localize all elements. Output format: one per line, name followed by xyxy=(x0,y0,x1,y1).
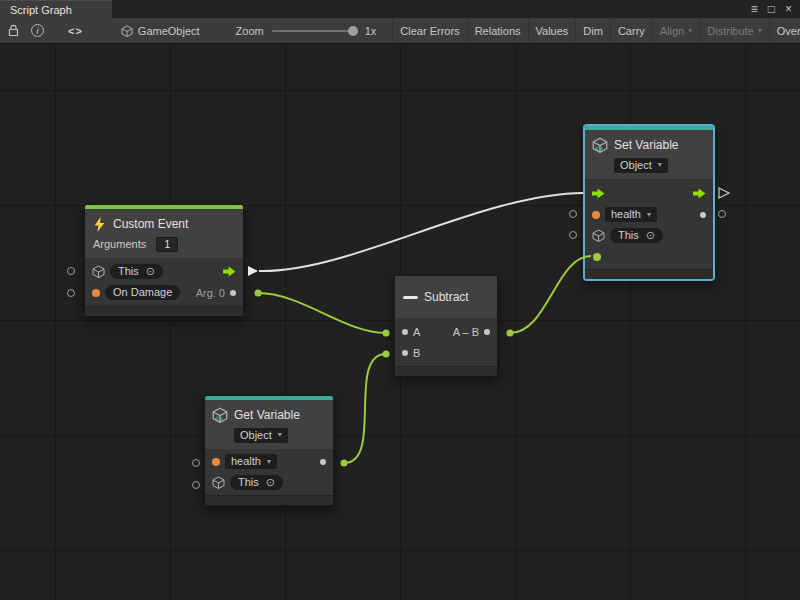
carry-button[interactable]: Carry xyxy=(610,18,652,44)
graph-toolbar: i <> GameObject Zoom 1x Clear Errors Rel… xyxy=(0,18,800,44)
target-picker-icon[interactable]: ⊙ xyxy=(266,477,275,488)
tab-script-graph[interactable]: Script Graph xyxy=(0,0,112,18)
port-setvariable-name-in[interactable] xyxy=(570,211,577,218)
values-button[interactable]: Values xyxy=(528,18,576,44)
arg0-port-icon[interactable] xyxy=(230,290,236,296)
port-row-a: A A – B xyxy=(395,321,497,342)
port-arg0-out[interactable] xyxy=(255,290,262,297)
zoom-slider[interactable] xyxy=(272,30,358,32)
input-b-port-icon[interactable] xyxy=(402,350,408,356)
svg-text:<>: <> xyxy=(215,415,223,422)
wire-flow-customevent-to-setvariable[interactable] xyxy=(259,193,583,271)
tab-title: Script Graph xyxy=(10,4,72,16)
port-row-target: This⊙ xyxy=(585,225,713,246)
arguments-label: Arguments xyxy=(93,238,146,250)
arg0-label: Arg. 0 xyxy=(196,287,225,299)
window-maximize-icon[interactable]: □ xyxy=(768,3,775,15)
port-row-b: B xyxy=(395,342,497,363)
port-customevent-target-in[interactable] xyxy=(68,268,75,275)
variable-kind-dropdown[interactable]: Object▾ xyxy=(614,158,668,173)
node-title: Set Variable xyxy=(614,138,678,152)
chevron-down-icon: ▾ xyxy=(688,26,692,35)
node-footer xyxy=(585,269,713,279)
wire-getvariable-to-subtract-b[interactable] xyxy=(344,354,386,463)
variable-cube-icon: <> xyxy=(212,407,228,423)
gameobject-reference[interactable]: GameObject xyxy=(121,25,200,37)
node-title: Get Variable xyxy=(234,408,300,422)
this-object-picker[interactable]: This⊙ xyxy=(230,475,283,490)
port-setvariable-value-out[interactable] xyxy=(719,211,726,218)
port-subtract-a-in[interactable] xyxy=(383,330,390,337)
value-in-port-icon[interactable] xyxy=(593,253,601,261)
result-port-icon[interactable] xyxy=(484,329,490,335)
cube-icon xyxy=(212,476,225,489)
node-title: Custom Event xyxy=(113,217,188,231)
cube-icon xyxy=(121,25,133,37)
port-setvariable-flow-out[interactable] xyxy=(719,188,729,198)
port-row-value-input xyxy=(585,246,713,267)
port-customevent-name-in[interactable] xyxy=(68,290,75,297)
window-close-icon[interactable]: × xyxy=(785,3,792,15)
wire-arg0-to-subtract-a[interactable] xyxy=(258,293,386,333)
port-customevent-flow-out[interactable] xyxy=(248,266,258,276)
input-a-label: A xyxy=(413,326,420,338)
port-subtract-b-in[interactable] xyxy=(383,351,390,358)
info-icon[interactable]: i xyxy=(31,24,44,37)
cube-icon xyxy=(592,229,605,242)
string-port-icon[interactable] xyxy=(212,458,220,466)
target-picker-icon[interactable]: ⊙ xyxy=(646,230,655,241)
value-out-port-icon[interactable] xyxy=(700,212,706,218)
node-custom-event[interactable]: Custom Event Arguments 1 This⊙ On Damage… xyxy=(84,204,244,317)
this-object-picker[interactable]: This⊙ xyxy=(110,264,163,279)
node-subtract[interactable]: Subtract A A – B B xyxy=(394,275,498,377)
string-port-icon[interactable] xyxy=(92,289,100,297)
port-getvariable-value-out[interactable] xyxy=(341,460,348,467)
arguments-input[interactable]: 1 xyxy=(156,237,178,252)
port-row-name: health▾ xyxy=(205,451,333,472)
value-out-port-icon[interactable] xyxy=(320,459,326,465)
flow-in-arrow-icon[interactable] xyxy=(592,188,605,199)
node-footer xyxy=(395,366,497,376)
this-object-picker[interactable]: This⊙ xyxy=(610,228,663,243)
wire-subtract-result-to-setvariable-value[interactable] xyxy=(510,256,591,333)
align-button: Align▾ xyxy=(652,18,699,44)
dim-button[interactable]: Dim xyxy=(575,18,610,44)
code-view-icon[interactable]: <> xyxy=(68,25,83,37)
string-port-icon[interactable] xyxy=(592,211,600,219)
node-set-variable[interactable]: <> Set Variable Object▾ health▾ This⊙ xyxy=(584,125,714,280)
clear-errors-button[interactable]: Clear Errors xyxy=(392,18,466,44)
variable-name-dropdown[interactable]: health▾ xyxy=(605,207,657,222)
port-subtract-result-out[interactable] xyxy=(507,330,514,337)
port-row-event-name: On Damage Arg. 0 xyxy=(85,282,243,303)
zoom-slider-knob[interactable] xyxy=(348,26,358,36)
flow-out-arrow-icon[interactable] xyxy=(223,266,236,277)
target-picker-icon[interactable]: ⊙ xyxy=(146,266,155,277)
event-name-field[interactable]: On Damage xyxy=(105,285,180,300)
variable-name-dropdown[interactable]: health▾ xyxy=(225,454,277,469)
gameobject-label: GameObject xyxy=(138,25,200,37)
relations-button[interactable]: Relations xyxy=(467,18,528,44)
input-a-port-icon[interactable] xyxy=(402,329,408,335)
window-menu-icon[interactable]: ≡ xyxy=(751,3,758,15)
port-row-name: health▾ xyxy=(585,204,713,225)
chevron-down-icon: ▾ xyxy=(267,458,271,466)
chevron-down-icon: ▾ xyxy=(647,211,651,219)
node-footer xyxy=(85,306,243,316)
node-get-variable[interactable]: <> Get Variable Object▾ health▾ This⊙ xyxy=(204,395,334,506)
variable-kind-dropdown[interactable]: Object▾ xyxy=(234,428,288,443)
graph-canvas[interactable]: Custom Event Arguments 1 This⊙ On Damage… xyxy=(0,44,800,600)
port-row-flow xyxy=(585,183,713,204)
port-setvariable-target-in[interactable] xyxy=(570,232,577,239)
titlebar: Script Graph ≡ □ × xyxy=(0,0,800,18)
cube-icon xyxy=(92,265,105,278)
variable-cube-icon: <> xyxy=(592,137,608,153)
node-title: Subtract xyxy=(424,290,469,304)
overview-button[interactable]: Overview xyxy=(769,18,800,44)
input-b-label: B xyxy=(413,347,420,359)
port-getvariable-name-in[interactable] xyxy=(193,460,200,467)
node-footer xyxy=(205,495,333,505)
lock-icon[interactable] xyxy=(8,24,19,37)
port-getvariable-target-in[interactable] xyxy=(193,482,200,489)
flow-out-arrow-icon[interactable] xyxy=(693,188,706,199)
port-row-target: This⊙ xyxy=(85,261,243,282)
